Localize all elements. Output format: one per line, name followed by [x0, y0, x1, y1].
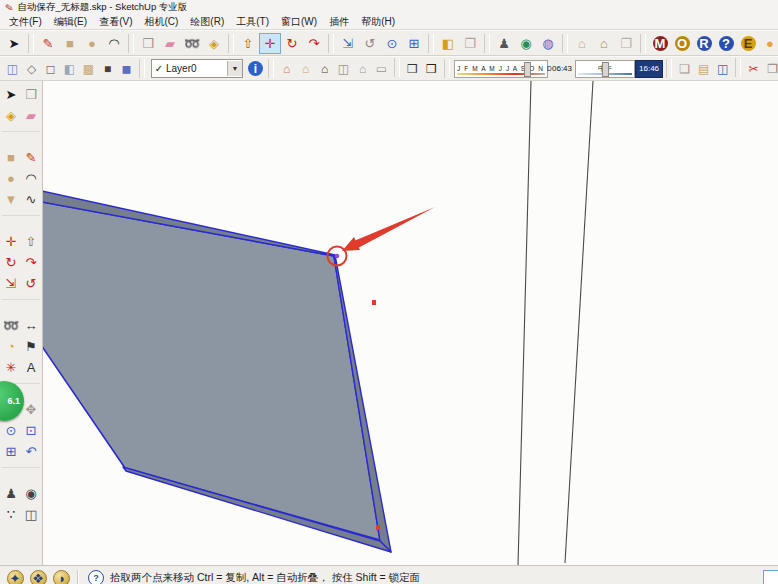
zoom-extents-tool[interactable]: ⊞ — [403, 33, 425, 54]
follow-me-tool[interactable]: ↷ — [303, 33, 325, 54]
style-bucket-dark-icon[interactable]: ❒ — [422, 58, 441, 79]
zoom-window-tool[interactable]: ⊡ — [21, 420, 41, 440]
plugin-o-icon[interactable]: O — [671, 33, 693, 54]
3d-text-tool[interactable]: A — [21, 357, 41, 377]
section-cut-icon[interactable]: ⌂ — [315, 58, 334, 79]
shadow-date-handle[interactable] — [524, 62, 531, 77]
open-file-icon[interactable]: ▤ — [694, 58, 713, 79]
rectangle-tool[interactable]: ■ — [59, 33, 81, 54]
new-file-icon[interactable]: ❏ — [675, 58, 694, 79]
section-plane-tool[interactable]: ◫ — [21, 504, 41, 524]
copy-icon[interactable]: ❐ — [763, 58, 778, 79]
line-tool[interactable]: ✎ — [21, 147, 41, 167]
cut-icon[interactable]: ✂ — [744, 58, 763, 79]
help-icon[interactable]: ? — [88, 570, 104, 584]
freehand-tool[interactable]: ∿ — [21, 189, 41, 209]
rotate-tool[interactable]: ↻ — [1, 252, 21, 272]
house-white-icon[interactable]: ◫ — [334, 58, 353, 79]
components-icon[interactable]: ❐ — [615, 33, 637, 54]
measurements-box[interactable] — [763, 570, 778, 584]
layer-manager-icon[interactable]: i — [246, 58, 265, 79]
orange-sphere-icon[interactable]: ● — [759, 33, 778, 54]
plugin-e-icon[interactable]: E — [737, 33, 759, 54]
pan-tool[interactable]: ✥ — [21, 399, 41, 419]
protractor-tool[interactable]: ◔ — [1, 336, 21, 356]
menu-help[interactable]: 帮助(H) — [355, 15, 401, 30]
menu-plugins[interactable]: 插件 — [323, 15, 355, 30]
select-tool[interactable]: ➤ — [3, 33, 25, 54]
menu-file[interactable]: 文件(F) — [3, 15, 48, 30]
push-pull-tool[interactable]: ⇧ — [237, 33, 259, 54]
push-pull-tool[interactable]: ⇧ — [21, 231, 41, 251]
plugin-m-icon[interactable]: M — [649, 33, 671, 54]
axes-tool[interactable]: ✳ — [1, 357, 21, 377]
component-box-icon[interactable]: ❐ — [459, 33, 481, 54]
model-view[interactable] — [43, 81, 778, 565]
shadow-date-slider[interactable]: J F M A M J J A S O N D — [454, 60, 548, 78]
hidden-line-style-icon[interactable]: ◻ — [41, 58, 60, 79]
back-edges-style-icon[interactable]: ◼ — [117, 58, 136, 79]
box-outline-icon[interactable]: ▭ — [372, 58, 391, 79]
share-models-icon[interactable]: ⌂ — [593, 33, 615, 54]
move-tool[interactable]: ✛ — [1, 231, 21, 251]
credits-icon[interactable]: ❖ — [28, 568, 48, 584]
text-tool[interactable]: ⚑ — [21, 336, 41, 356]
menu-view[interactable]: 查看(V) — [93, 15, 138, 30]
background-edge-left[interactable] — [518, 81, 531, 565]
tape-measure-tool[interactable]: ➿ — [181, 33, 203, 54]
circle-tool[interactable]: ● — [81, 33, 103, 54]
tape-measure-tool[interactable]: ➿ — [1, 315, 21, 335]
model-info-icon[interactable]: ◑ — [51, 568, 71, 584]
eraser-tool[interactable]: ▰ — [159, 33, 181, 54]
look-around-icon[interactable]: ◉ — [515, 33, 537, 54]
make-component-tool[interactable]: ❒ — [137, 33, 159, 54]
match-photo-icon[interactable]: ◧ — [437, 33, 459, 54]
rectangle-tool[interactable]: ■ — [1, 147, 21, 167]
section-plane-icon[interactable]: ⌂ — [277, 58, 296, 79]
drawing-canvas[interactable] — [43, 81, 778, 565]
shadow-time-handle[interactable] — [602, 62, 609, 77]
position-camera-tool[interactable]: ♟ — [1, 483, 21, 503]
save-icon[interactable]: ◫ — [713, 58, 732, 79]
menu-camera[interactable]: 相机(C) — [138, 15, 184, 30]
shadow-time-slider[interactable]: 中午 — [575, 60, 635, 78]
shaded-style-icon[interactable]: ◧ — [60, 58, 79, 79]
move-tool[interactable]: ✛ — [259, 33, 281, 54]
background-edge-right[interactable] — [565, 81, 593, 563]
get-models-icon[interactable]: ⌂ — [571, 33, 593, 54]
plugin-help-icon[interactable]: ? — [715, 33, 737, 54]
zoom-extents-tool[interactable]: ⊞ — [1, 441, 21, 461]
layer-dropdown-arrow-icon[interactable]: ▼ — [227, 61, 242, 76]
paint-bucket-tool[interactable]: ◈ — [1, 105, 21, 125]
google-earth-icon[interactable]: ◍ — [537, 33, 559, 54]
plugin-r-icon[interactable]: R — [693, 33, 715, 54]
offset-tool[interactable]: ↺ — [359, 33, 381, 54]
follow-me-tool[interactable]: ↷ — [21, 252, 41, 272]
menu-edit[interactable]: 编辑(E) — [48, 15, 93, 30]
menu-tools[interactable]: 工具(T) — [230, 15, 275, 30]
layer-dropdown[interactable]: ✓ Layer0 ▼ — [151, 59, 243, 78]
position-camera-icon[interactable]: ♟ — [493, 33, 515, 54]
dimension-tool[interactable]: ↔ — [21, 315, 41, 335]
arc-tool[interactable]: ◠ — [21, 168, 41, 188]
section-display-icon[interactable]: ⌂ — [296, 58, 315, 79]
menu-window[interactable]: 窗口(W) — [275, 15, 323, 30]
wireframe-style-icon[interactable]: ◇ — [22, 58, 41, 79]
paint-bucket-tool[interactable]: ◈ — [203, 33, 225, 54]
circle-tool[interactable]: ● — [1, 168, 21, 188]
house-outline-icon[interactable]: ⌂ — [353, 58, 372, 79]
arc-tool[interactable]: ◠ — [103, 33, 125, 54]
scale-tool[interactable]: ⇲ — [1, 273, 21, 293]
zoom-tool[interactable]: ⊙ — [381, 33, 403, 54]
polygon-tool[interactable]: ▼ — [1, 189, 21, 209]
textures-style-icon[interactable]: ▩ — [79, 58, 98, 79]
monochrome-style-icon[interactable]: ■ — [98, 58, 117, 79]
select-tool[interactable]: ➤ — [1, 84, 21, 104]
offset-tool[interactable]: ↺ — [21, 273, 41, 293]
menu-draw[interactable]: 绘图(R) — [184, 15, 230, 30]
line-tool[interactable]: ✎ — [37, 33, 59, 54]
style-bucket-icon[interactable]: ❒ — [403, 58, 422, 79]
look-around-tool[interactable]: ◉ — [21, 483, 41, 503]
eraser-tool[interactable]: ▰ — [21, 105, 41, 125]
make-component-tool[interactable]: ❒ — [21, 84, 41, 104]
